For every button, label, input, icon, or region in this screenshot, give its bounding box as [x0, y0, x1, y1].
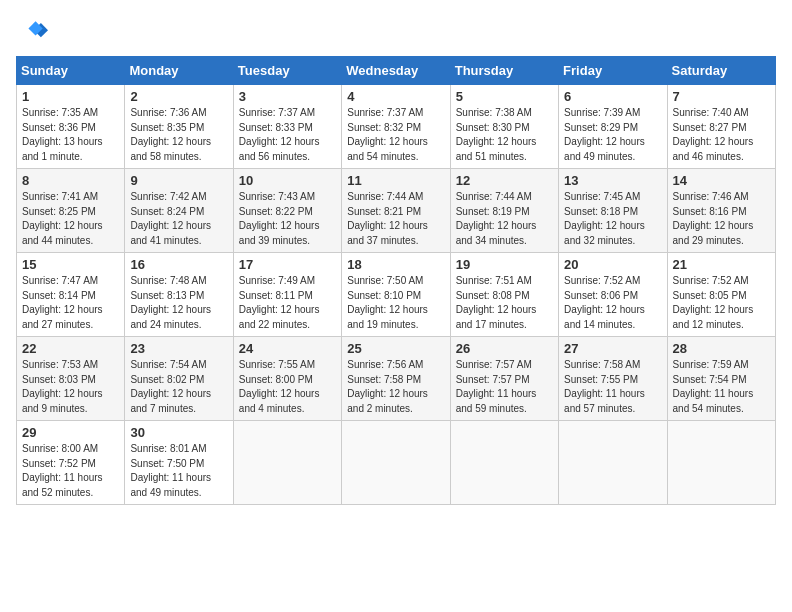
day-info: Sunrise: 7:44 AMSunset: 8:19 PMDaylight:…: [456, 190, 553, 248]
calendar-cell: 22 Sunrise: 7:53 AMSunset: 8:03 PMDaylig…: [17, 337, 125, 421]
day-info: Sunrise: 7:53 AMSunset: 8:03 PMDaylight:…: [22, 358, 119, 416]
calendar-cell: 20 Sunrise: 7:52 AMSunset: 8:06 PMDaylig…: [559, 253, 667, 337]
day-info: Sunrise: 8:00 AMSunset: 7:52 PMDaylight:…: [22, 442, 119, 500]
day-info: Sunrise: 7:57 AMSunset: 7:57 PMDaylight:…: [456, 358, 553, 416]
day-number: 20: [564, 257, 661, 272]
day-number: 30: [130, 425, 227, 440]
day-number: 22: [22, 341, 119, 356]
day-info: Sunrise: 7:56 AMSunset: 7:58 PMDaylight:…: [347, 358, 444, 416]
day-info: Sunrise: 7:35 AMSunset: 8:36 PMDaylight:…: [22, 106, 119, 164]
calendar-cell: 30 Sunrise: 8:01 AMSunset: 7:50 PMDaylig…: [125, 421, 233, 505]
calendar-week-5: 29 Sunrise: 8:00 AMSunset: 7:52 PMDaylig…: [17, 421, 776, 505]
calendar-header-monday: Monday: [125, 57, 233, 85]
calendar-header-row: SundayMondayTuesdayWednesdayThursdayFrid…: [17, 57, 776, 85]
day-info: Sunrise: 7:43 AMSunset: 8:22 PMDaylight:…: [239, 190, 336, 248]
calendar-week-2: 8 Sunrise: 7:41 AMSunset: 8:25 PMDayligh…: [17, 169, 776, 253]
day-number: 27: [564, 341, 661, 356]
day-number: 9: [130, 173, 227, 188]
day-number: 17: [239, 257, 336, 272]
calendar-cell: 15 Sunrise: 7:47 AMSunset: 8:14 PMDaylig…: [17, 253, 125, 337]
day-number: 29: [22, 425, 119, 440]
calendar-cell: [667, 421, 775, 505]
day-number: 25: [347, 341, 444, 356]
calendar-cell: 11 Sunrise: 7:44 AMSunset: 8:21 PMDaylig…: [342, 169, 450, 253]
day-number: 28: [673, 341, 770, 356]
calendar-header-sunday: Sunday: [17, 57, 125, 85]
calendar-cell: [342, 421, 450, 505]
calendar-cell: 7 Sunrise: 7:40 AMSunset: 8:27 PMDayligh…: [667, 85, 775, 169]
logo-icon: [16, 16, 48, 48]
day-info: Sunrise: 7:54 AMSunset: 8:02 PMDaylight:…: [130, 358, 227, 416]
calendar-cell: 10 Sunrise: 7:43 AMSunset: 8:22 PMDaylig…: [233, 169, 341, 253]
calendar-cell: 8 Sunrise: 7:41 AMSunset: 8:25 PMDayligh…: [17, 169, 125, 253]
day-info: Sunrise: 7:36 AMSunset: 8:35 PMDaylight:…: [130, 106, 227, 164]
day-info: Sunrise: 7:37 AMSunset: 8:32 PMDaylight:…: [347, 106, 444, 164]
calendar-cell: 23 Sunrise: 7:54 AMSunset: 8:02 PMDaylig…: [125, 337, 233, 421]
calendar-week-3: 15 Sunrise: 7:47 AMSunset: 8:14 PMDaylig…: [17, 253, 776, 337]
calendar-cell: 25 Sunrise: 7:56 AMSunset: 7:58 PMDaylig…: [342, 337, 450, 421]
day-number: 18: [347, 257, 444, 272]
calendar-table: SundayMondayTuesdayWednesdayThursdayFrid…: [16, 56, 776, 505]
day-number: 2: [130, 89, 227, 104]
calendar-cell: 1 Sunrise: 7:35 AMSunset: 8:36 PMDayligh…: [17, 85, 125, 169]
day-info: Sunrise: 7:52 AMSunset: 8:06 PMDaylight:…: [564, 274, 661, 332]
page-header: [16, 16, 776, 48]
calendar-header-friday: Friday: [559, 57, 667, 85]
calendar-cell: 2 Sunrise: 7:36 AMSunset: 8:35 PMDayligh…: [125, 85, 233, 169]
calendar-cell: [559, 421, 667, 505]
day-number: 7: [673, 89, 770, 104]
calendar-header-saturday: Saturday: [667, 57, 775, 85]
calendar-cell: 24 Sunrise: 7:55 AMSunset: 8:00 PMDaylig…: [233, 337, 341, 421]
day-number: 14: [673, 173, 770, 188]
day-number: 6: [564, 89, 661, 104]
calendar-cell: 21 Sunrise: 7:52 AMSunset: 8:05 PMDaylig…: [667, 253, 775, 337]
day-info: Sunrise: 7:55 AMSunset: 8:00 PMDaylight:…: [239, 358, 336, 416]
calendar-cell: 18 Sunrise: 7:50 AMSunset: 8:10 PMDaylig…: [342, 253, 450, 337]
calendar-cell: [450, 421, 558, 505]
day-number: 13: [564, 173, 661, 188]
calendar-cell: 16 Sunrise: 7:48 AMSunset: 8:13 PMDaylig…: [125, 253, 233, 337]
calendar-cell: 4 Sunrise: 7:37 AMSunset: 8:32 PMDayligh…: [342, 85, 450, 169]
calendar-cell: 3 Sunrise: 7:37 AMSunset: 8:33 PMDayligh…: [233, 85, 341, 169]
calendar-week-4: 22 Sunrise: 7:53 AMSunset: 8:03 PMDaylig…: [17, 337, 776, 421]
day-number: 12: [456, 173, 553, 188]
calendar-week-1: 1 Sunrise: 7:35 AMSunset: 8:36 PMDayligh…: [17, 85, 776, 169]
day-number: 24: [239, 341, 336, 356]
day-number: 15: [22, 257, 119, 272]
day-info: Sunrise: 7:45 AMSunset: 8:18 PMDaylight:…: [564, 190, 661, 248]
calendar-cell: 9 Sunrise: 7:42 AMSunset: 8:24 PMDayligh…: [125, 169, 233, 253]
day-number: 3: [239, 89, 336, 104]
logo: [16, 16, 52, 48]
calendar-cell: 27 Sunrise: 7:58 AMSunset: 7:55 PMDaylig…: [559, 337, 667, 421]
day-info: Sunrise: 7:50 AMSunset: 8:10 PMDaylight:…: [347, 274, 444, 332]
day-number: 1: [22, 89, 119, 104]
calendar-cell: 12 Sunrise: 7:44 AMSunset: 8:19 PMDaylig…: [450, 169, 558, 253]
calendar-cell: 29 Sunrise: 8:00 AMSunset: 7:52 PMDaylig…: [17, 421, 125, 505]
day-info: Sunrise: 7:49 AMSunset: 8:11 PMDaylight:…: [239, 274, 336, 332]
day-number: 4: [347, 89, 444, 104]
calendar-cell: 19 Sunrise: 7:51 AMSunset: 8:08 PMDaylig…: [450, 253, 558, 337]
calendar-cell: 17 Sunrise: 7:49 AMSunset: 8:11 PMDaylig…: [233, 253, 341, 337]
day-info: Sunrise: 7:40 AMSunset: 8:27 PMDaylight:…: [673, 106, 770, 164]
day-info: Sunrise: 7:39 AMSunset: 8:29 PMDaylight:…: [564, 106, 661, 164]
day-number: 10: [239, 173, 336, 188]
day-info: Sunrise: 7:51 AMSunset: 8:08 PMDaylight:…: [456, 274, 553, 332]
day-info: Sunrise: 7:38 AMSunset: 8:30 PMDaylight:…: [456, 106, 553, 164]
day-number: 11: [347, 173, 444, 188]
day-number: 19: [456, 257, 553, 272]
day-info: Sunrise: 7:48 AMSunset: 8:13 PMDaylight:…: [130, 274, 227, 332]
day-info: Sunrise: 7:37 AMSunset: 8:33 PMDaylight:…: [239, 106, 336, 164]
calendar-cell: 26 Sunrise: 7:57 AMSunset: 7:57 PMDaylig…: [450, 337, 558, 421]
day-number: 26: [456, 341, 553, 356]
day-number: 21: [673, 257, 770, 272]
calendar-header-thursday: Thursday: [450, 57, 558, 85]
calendar-header-wednesday: Wednesday: [342, 57, 450, 85]
calendar-cell: [233, 421, 341, 505]
day-info: Sunrise: 7:59 AMSunset: 7:54 PMDaylight:…: [673, 358, 770, 416]
day-number: 16: [130, 257, 227, 272]
day-info: Sunrise: 7:44 AMSunset: 8:21 PMDaylight:…: [347, 190, 444, 248]
calendar-cell: 28 Sunrise: 7:59 AMSunset: 7:54 PMDaylig…: [667, 337, 775, 421]
day-number: 5: [456, 89, 553, 104]
calendar-cell: 13 Sunrise: 7:45 AMSunset: 8:18 PMDaylig…: [559, 169, 667, 253]
calendar-header-tuesday: Tuesday: [233, 57, 341, 85]
